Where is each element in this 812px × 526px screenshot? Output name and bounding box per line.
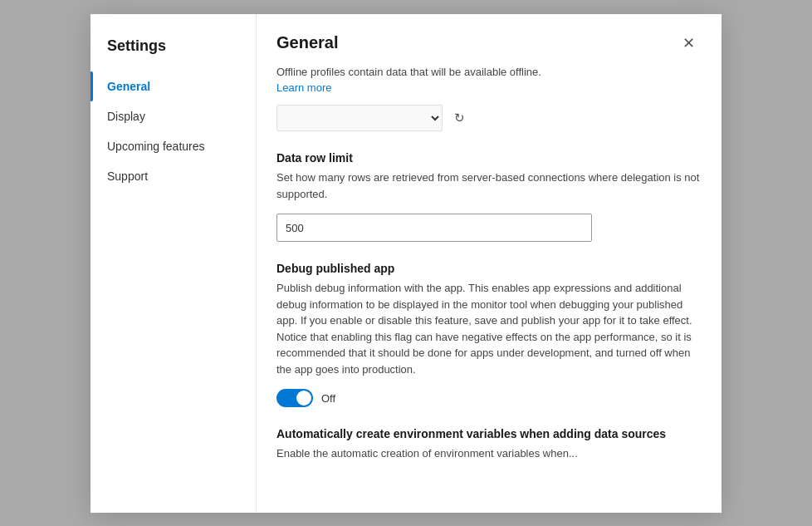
close-button[interactable]: ✕ <box>676 31 702 56</box>
sidebar-item-upcoming-features[interactable]: Upcoming features <box>90 131 256 161</box>
debug-toggle[interactable] <box>276 389 313 407</box>
main-header: General ✕ <box>257 14 722 56</box>
data-row-limit-description: Set how many rows are retrieved from ser… <box>276 170 702 202</box>
modal-overlay: Settings General Display Upcoming featur… <box>0 0 812 526</box>
sidebar-title: Settings <box>90 27 256 71</box>
main-content: General ✕ Offline profiles contain data … <box>257 14 722 513</box>
page-title: General <box>276 33 338 52</box>
sidebar-item-support-label: Support <box>107 170 148 183</box>
debug-toggle-row: Off <box>276 389 702 407</box>
refresh-icon: ↻ <box>454 111 465 125</box>
debug-app-header: Debug published app <box>276 262 702 275</box>
debug-toggle-label: Off <box>321 392 335 405</box>
debug-app-description: Publish debug information with the app. … <box>276 280 702 377</box>
refresh-button[interactable]: ↻ <box>446 105 472 131</box>
scrollable-content: Offline profiles contain data that will … <box>257 56 722 513</box>
sidebar-item-general-label: General <box>107 80 150 93</box>
toggle-slider <box>276 389 313 407</box>
sidebar-item-general[interactable]: General <box>90 71 256 101</box>
env-vars-description: Enable the automatic creation of environ… <box>276 445 702 462</box>
sidebar-item-support[interactable]: Support <box>90 161 256 191</box>
data-row-limit-header: Data row limit <box>276 151 702 165</box>
general-description: Offline profiles contain data that will … <box>276 64 702 81</box>
learn-more-link[interactable]: Learn more <box>276 81 331 94</box>
sidebar-item-display[interactable]: Display <box>90 101 256 131</box>
sidebar-item-display-label: Display <box>107 110 145 123</box>
env-vars-header: Automatically create environment variabl… <box>276 427 702 440</box>
close-icon: ✕ <box>682 34 695 52</box>
data-row-limit-input[interactable] <box>276 214 592 242</box>
sidebar: Settings General Display Upcoming featur… <box>90 14 257 513</box>
settings-modal: Settings General Display Upcoming featur… <box>90 14 722 513</box>
sidebar-item-upcoming-features-label: Upcoming features <box>107 140 205 153</box>
profile-dropdown[interactable] <box>276 105 443 131</box>
dropdown-row: ↻ <box>276 105 702 131</box>
